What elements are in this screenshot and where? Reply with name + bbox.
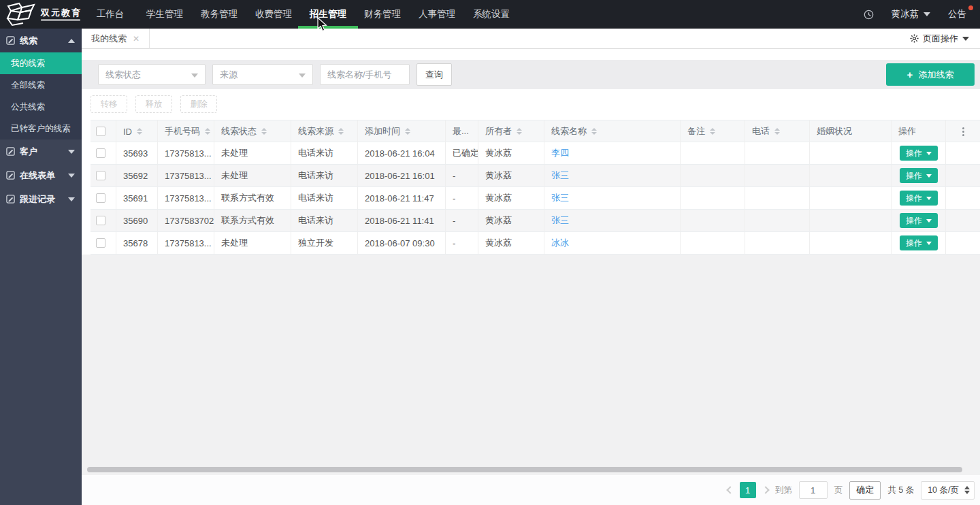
column-header-marital: 婚姻状况 <box>810 120 892 142</box>
clue-name-link[interactable]: 张三 <box>551 214 569 227</box>
sidebar: 线索我的线索全部线索公共线索已转客户的线索客户在线表单跟进记录 <box>0 29 82 505</box>
cell-phone: 17375813... <box>158 165 214 186</box>
close-icon[interactable]: ✕ <box>133 35 140 43</box>
nav-item-workbench[interactable]: 工作台 <box>83 0 137 29</box>
cell-source: 电话来访 <box>291 187 358 209</box>
row-checkbox[interactable] <box>96 216 105 225</box>
sidebar-group-header-follow-records[interactable]: 跟进记录 <box>0 187 82 211</box>
clue-name-link[interactable]: 张三 <box>551 192 569 204</box>
cell-name: 张三 <box>544 210 681 231</box>
clock-icon[interactable] <box>864 10 874 20</box>
sort-icon[interactable] <box>591 128 597 135</box>
clue-status-select[interactable]: 线索状态 <box>98 64 206 85</box>
column-label: 线索名称 <box>551 125 587 137</box>
clue-name-link[interactable]: 冰冰 <box>551 237 569 249</box>
cell-tel <box>745 187 810 209</box>
sidebar-item-my-clues[interactable]: 我的线索 <box>0 52 82 74</box>
cell-settings <box>946 165 980 186</box>
select-all-checkbox[interactable] <box>96 127 105 136</box>
release-button[interactable]: 释放 <box>135 95 172 113</box>
row-checkbox[interactable] <box>96 193 105 203</box>
tab-my-clues[interactable]: 我的线索 ✕ <box>82 29 150 49</box>
sidebar-group-header-customers[interactable]: 客户 <box>0 140 82 163</box>
cell-source: 电话来访 <box>291 210 358 231</box>
sidebar-item-all-clues[interactable]: 全部线索 <box>0 74 82 96</box>
confirm-button[interactable]: 确定 <box>849 481 881 500</box>
column-header-tel[interactable]: 电话 <box>745 120 810 142</box>
column-header-owner[interactable]: 所有者 <box>478 120 544 142</box>
row-action-button[interactable]: 操作 <box>900 235 938 250</box>
cell-last: 已确定 <box>446 142 478 164</box>
sort-icon[interactable] <box>405 128 410 135</box>
source-select[interactable]: 来源 <box>212 64 313 85</box>
announcement-link[interactable]: 公告 <box>948 8 970 20</box>
form-icon <box>6 147 15 156</box>
nav-item-admissions[interactable]: 招生管理 <box>301 0 355 29</box>
sort-icon[interactable] <box>774 128 780 135</box>
add-clue-button[interactable]: + 添加线索 <box>886 63 975 86</box>
column-header-status[interactable]: 线索状态 <box>214 120 291 142</box>
sort-icon[interactable] <box>517 128 522 135</box>
prev-page-icon[interactable] <box>726 486 734 493</box>
column-settings-icon[interactable] <box>962 127 964 136</box>
sort-icon[interactable] <box>205 128 210 135</box>
column-header-added[interactable]: 添加时间 <box>358 120 446 142</box>
delete-button[interactable]: 删除 <box>180 95 217 113</box>
page-size-select[interactable]: 10 条/页 <box>921 481 975 500</box>
sort-icon[interactable] <box>137 128 142 135</box>
cell-name: 张三 <box>544 187 681 209</box>
search-button[interactable]: 查询 <box>416 63 452 86</box>
clue-table: ID手机号码线索状态线索来源添加时间最...所有者线索名称备注电话婚姻状况操作3… <box>91 120 980 255</box>
nav-item-fees[interactable]: 收费管理 <box>246 0 301 29</box>
cell-id: 35693 <box>116 142 158 164</box>
page-size-value: 10 条/页 <box>928 485 959 496</box>
column-header-note[interactable]: 备注 <box>681 120 745 142</box>
sidebar-item-public-clues[interactable]: 公共线索 <box>0 96 82 118</box>
table-row: 3569117375813...联系方式有效电话来访2018-06-21 11:… <box>91 187 980 210</box>
row-checkbox[interactable] <box>96 171 105 180</box>
clue-name-link[interactable]: 李四 <box>551 147 569 159</box>
nav-item-academic[interactable]: 教务管理 <box>192 0 246 29</box>
sidebar-group-header-clues[interactable]: 线索 <box>0 29 82 52</box>
row-action-button[interactable]: 操作 <box>900 146 938 161</box>
page-actions-label: 页面操作 <box>923 33 958 45</box>
cell-owner: 黄冰荔 <box>478 142 544 164</box>
cell-note <box>681 142 745 164</box>
goto-suffix: 页 <box>834 485 843 496</box>
row-action-button[interactable]: 操作 <box>900 213 938 228</box>
nav-item-settings[interactable]: 系统设置 <box>464 0 519 29</box>
cell-text: 35691 <box>123 193 148 203</box>
column-header-id[interactable]: ID <box>116 120 158 142</box>
sort-icon[interactable] <box>261 128 267 135</box>
sort-icon[interactable] <box>710 128 715 135</box>
brand-subtitle <box>41 19 80 21</box>
nav-item-students[interactable]: 学生管理 <box>137 0 192 29</box>
clue-name-link[interactable]: 张三 <box>551 169 569 182</box>
nav-item-hr[interactable]: 人事管理 <box>410 0 464 29</box>
page-actions-menu[interactable]: 页面操作 <box>910 33 980 45</box>
row-checkbox[interactable] <box>96 148 105 158</box>
cell-last: - <box>446 232 478 254</box>
tab-label: 我的线索 <box>91 33 127 45</box>
row-action-button[interactable]: 操作 <box>900 191 938 206</box>
sidebar-group-header-online-forms[interactable]: 在线表单 <box>0 163 82 187</box>
sidebar-item-converted-clues[interactable]: 已转客户的线索 <box>0 118 82 140</box>
next-page-icon[interactable] <box>762 486 769 493</box>
column-header-source[interactable]: 线索来源 <box>291 120 358 142</box>
user-menu[interactable]: 黄冰荔 <box>892 8 931 20</box>
transfer-button[interactable]: 转移 <box>91 95 127 113</box>
column-header-phone[interactable]: 手机号码 <box>158 120 214 142</box>
goto-page-input[interactable] <box>799 481 828 499</box>
cell-status: 未处理 <box>214 232 291 254</box>
page-number-current[interactable]: 1 <box>740 482 756 498</box>
keyword-input[interactable] <box>320 64 410 85</box>
nav-item-finance[interactable]: 财务管理 <box>355 0 410 29</box>
cell-settings <box>946 210 980 231</box>
row-action-button[interactable]: 操作 <box>900 168 938 183</box>
sort-icon[interactable] <box>338 128 344 135</box>
sidebar-group-online-forms: 在线表单 <box>0 163 82 187</box>
column-header-name[interactable]: 线索名称 <box>544 120 681 142</box>
cell-note <box>681 187 745 209</box>
scrollbar-thumb[interactable] <box>87 467 962 472</box>
row-checkbox[interactable] <box>96 238 105 248</box>
